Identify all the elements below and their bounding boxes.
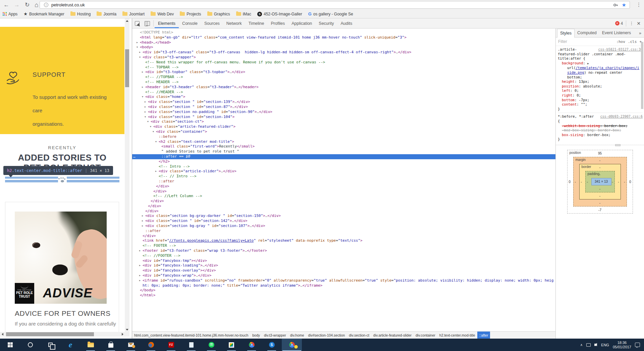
taskbar-notepad-icon[interactable] [181,339,201,351]
breadcrumb[interactable]: body [250,332,262,339]
tab-network[interactable]: Network [223,18,245,28]
console-error-badge[interactable]: ✕ 4 [615,21,623,26]
css-rule-line[interactable]: -moz-box-sizing: border-box; [558,128,643,133]
collapsed-arrow-icon[interactable]: ▸ [142,70,145,75]
devtools-menu-icon[interactable]: ⋮ [629,21,634,26]
breadcrumb[interactable]: html.com_content.view-featured.itemid-10… [132,332,250,339]
puppy-photo[interactable]: THE BRITISH PET ROLE TRUST ADVISE [15,212,107,304]
collapsed-arrow-icon[interactable]: ▸ [139,273,143,278]
tab-timeline[interactable]: Timeline [245,18,268,28]
tab-security[interactable]: Security [315,18,337,28]
dom-node-line[interactable]: ▸<div class="section " id="section-87">…… [132,105,555,110]
bookmark-imac[interactable]: iMac [236,12,251,16]
key-icon[interactable] [613,2,619,8]
bookmark-hosting[interactable]: Hosting [70,12,91,16]
dom-node-line[interactable]: <small class="first-word">Recently</smal… [132,144,555,149]
dom-node-line[interactable]: </div> [132,184,555,189]
dom-node-line[interactable]: </div> [132,204,555,209]
dom-node-line[interactable]: <div id="fancybox-overlay"></div> [132,268,555,273]
css-rule-line[interactable]: content: ""; [558,102,643,107]
bookmark-os-gallery-google-se[interactable]: Gos gallery - Google Se [308,11,353,16]
taskbar-store-icon[interactable] [101,339,121,351]
css-rule-line[interactable]: url(/templates/ja_charity/images/i [558,66,643,70]
dom-node-line[interactable]: ▸<head>…</head> [132,40,555,45]
collapsed-arrow-icon[interactable]: ▸ [139,248,143,253]
taskbar-filezilla-icon[interactable]: FZ [161,339,181,351]
css-rule-line[interactable]: } [558,137,643,142]
dom-node-line[interactable]: ▸<div class="article-slider">…</div> [132,169,555,174]
expanded-arrow-icon[interactable]: ▾ [142,95,145,100]
sidebar-tab-computed[interactable]: Computed [575,29,599,37]
css-rule-line[interactable]: background: ▶ [558,61,643,66]
address-bar[interactable]: i petroletrust.co.uk ★ [40,1,630,9]
dom-node-line[interactable]: ▸<div id="fancybox-wrap">…</div> [132,273,555,278]
dom-node-line[interactable]: <!-- //HEADER --> [132,90,555,95]
css-rule-line[interactable]: .article-css-b5821-03127.css:30 [558,47,643,52]
devtools-close-icon[interactable]: ✕ [637,21,641,26]
tray-expand-icon[interactable]: ∧ [580,343,583,347]
collapsed-arrow-icon[interactable]: ▸ [145,110,148,115]
vertical-scroll-thumb[interactable] [125,49,129,87]
collapsed-arrow-icon[interactable]: ▸ [137,40,140,45]
bookmark-star-icon[interactable]: ★ [622,2,626,8]
page-vertical-scrollbar[interactable] [125,18,129,332]
tab-sources[interactable]: Sources [201,18,223,28]
dom-node-line[interactable]: ▸<div class="section " id="section-142">… [132,219,555,224]
bookmark-452-os-image-galler[interactable]: S452-OS-Image-Galler [257,12,302,16]
taskbar-taskview-icon[interactable] [40,339,60,351]
breadcrumb[interactable]: div#section-104.section [306,332,347,339]
breadcrumb[interactable]: div.container [414,332,437,339]
dom-node-line[interactable]: <div id="fancybox-tmp"></div> [132,258,555,264]
collapsed-arrow-icon[interactable]: ▸ [139,50,143,55]
selected-dom-node[interactable]: ::after == $0… [132,154,555,159]
dom-node-line[interactable]: ::before [132,134,555,139]
story-card[interactable]: THE BRITISH PET ROLE TRUST ADVISE ADVICE… [5,202,119,336]
scroll-right-button[interactable] [120,332,125,337]
inspect-element-icon[interactable] [132,18,142,28]
dom-node-line[interactable]: ▸<header id="t3-header" class="t3-header… [132,85,555,90]
dom-node-line[interactable]: ▸<div id="fancybox-loading">…</div> [132,263,555,268]
horizontal-scroll-thumb[interactable] [6,332,94,336]
dom-node-line[interactable]: <!-- HEADER --> [132,80,555,85]
tab-audits[interactable]: Audits [337,18,356,28]
css-rule-line[interactable]: { [558,119,643,124]
dom-node-line[interactable]: ▾<body> [132,45,555,50]
dom-node-line[interactable]: </html> [132,293,555,298]
css-rule-line[interactable]: featured-slider .container .mod- [558,52,643,57]
browser-menu-icon[interactable]: ⋮ [636,2,641,8]
css-rule-line[interactable]: bottom; [558,75,643,80]
expanded-arrow-icon[interactable]: ▾ [137,45,140,50]
breadcrumb[interactable]: ::after [477,332,490,339]
breadcrumb[interactable]: div.section-ct [347,332,371,339]
card-heading[interactable]: ADVICE FOR PET OWNERS [15,309,110,317]
collapsed-arrow-icon[interactable]: ▸ [142,85,145,90]
styles-filter-input[interactable]: Filter [558,39,567,44]
css-rule-line[interactable]: box-sizing: border-box; [558,133,643,137]
bookmark-apps[interactable]: Apps [3,12,17,16]
css-rule-line[interactable]: side.png) no-repeat center [558,70,643,75]
sidebar-tab-event-listeners[interactable]: Event Listeners [599,29,634,37]
dom-node-line[interactable]: <!-- //Left Column --> [132,194,555,199]
taskbar-firefox-icon[interactable] [141,339,161,351]
taskbar-chrome-active-icon[interactable] [282,339,302,351]
sidebar-tab-styles[interactable]: Styles [557,29,575,38]
forward-icon[interactable]: → [12,1,21,9]
css-rule-line[interactable]: left: 0; [558,89,643,93]
sidebar-scrollbar[interactable] [641,42,643,109]
scroll-left-button[interactable] [0,332,5,337]
dom-node-line[interactable]: ▸<div class="section bg-gray-darker " id… [132,214,555,219]
dom-node-line[interactable]: <!-- Intro --> [132,164,555,169]
dom-node-line[interactable]: </div> [132,199,555,204]
css-rule-line[interactable]: bottom: -7px; [558,98,643,103]
css-rule-line[interactable]: position: absolute; [558,84,643,89]
dom-node-line[interactable]: <!-- Need this wrapper for off-canvas me… [132,60,555,65]
dom-node-line[interactable]: ::after [132,229,555,234]
css-rule-line[interactable]: right: 0; [558,93,643,98]
collapsed-arrow-icon[interactable]: ▸ [155,169,159,174]
dom-node-line[interactable]: ::after [132,179,555,184]
expanded-arrow-icon[interactable]: ▾ [147,119,151,124]
dom-node-line[interactable]: <!-- //FOOTER --> [132,253,555,258]
taskbar-edge-icon[interactable]: e [60,339,80,351]
collapsed-arrow-icon[interactable]: ▸ [145,105,148,110]
dom-node-line[interactable]: </div> [132,234,555,239]
